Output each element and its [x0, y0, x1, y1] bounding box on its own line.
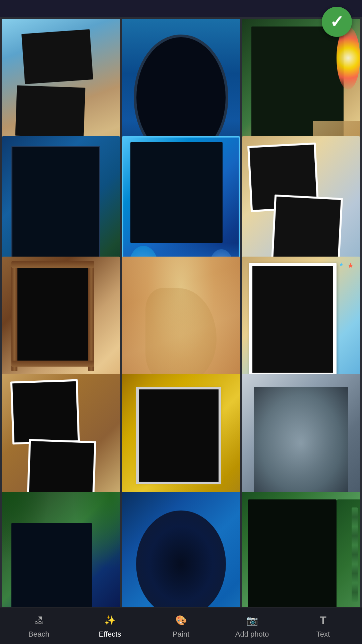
- paint-label: Paint: [173, 630, 189, 639]
- text-icon: T: [316, 613, 330, 628]
- frame-item[interactable]: [122, 492, 240, 607]
- beach-label: Beach: [28, 630, 49, 639]
- nav-item-effects[interactable]: ✨ Effects: [74, 613, 145, 639]
- check-icon: ✓: [330, 12, 344, 32]
- confirm-fab-button[interactable]: ✓: [322, 7, 352, 37]
- bottom-nav: 🏖 Beach ✨ Effects 🎨 Paint 📷 Add photo T …: [0, 607, 362, 644]
- add-photo-label: Add photo: [235, 630, 269, 639]
- frames-grid: ★ ★ ✦: [0, 17, 362, 607]
- beach-icon: 🏖: [32, 613, 46, 628]
- app-container: ✓: [0, 0, 362, 644]
- text-label: Text: [316, 630, 330, 639]
- paint-icon: 🎨: [174, 613, 188, 628]
- effects-label: Effects: [99, 630, 121, 639]
- top-header: [0, 0, 362, 17]
- add-photo-icon: 📷: [245, 613, 259, 628]
- nav-item-add-photo[interactable]: 📷 Add photo: [217, 613, 288, 639]
- nav-item-text[interactable]: T Text: [288, 613, 359, 639]
- effects-icon: ✨: [103, 613, 117, 628]
- nav-item-beach[interactable]: 🏖 Beach: [3, 613, 74, 639]
- frame-item[interactable]: [2, 492, 120, 607]
- frame-item[interactable]: [242, 492, 360, 607]
- nav-item-paint[interactable]: 🎨 Paint: [145, 613, 217, 639]
